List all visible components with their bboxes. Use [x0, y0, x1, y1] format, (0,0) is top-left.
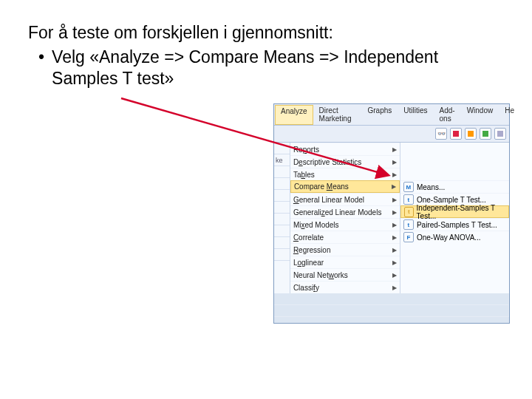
submenu-arrow-icon: ▶ [392, 171, 397, 178]
menu-help[interactable]: He [499, 104, 520, 125]
row-header: ke [274, 154, 290, 166]
menu-item[interactable]: Loglinear▶ [290, 256, 400, 268]
submenu-arrow-icon: ▶ [392, 159, 397, 166]
submenu-arrow-icon: ▶ [392, 247, 397, 253]
row-header [274, 237, 290, 249]
bullet-dot: • [38, 47, 44, 89]
toolbar: 👓 [274, 126, 509, 143]
submenu-label: One-Sample T Test... [417, 196, 486, 204]
submenu-item[interactable]: MMeans... [400, 180, 509, 193]
analyze-dropdown: Reports▶Descriptive Statistics▶Tables▶Co… [290, 143, 400, 293]
submenu-label: Independent-Samples T Test... [417, 204, 505, 220]
menu-item[interactable]: Generalized Linear Models▶ [290, 205, 400, 218]
submenu-arrow-icon: ▶ [392, 284, 397, 291]
menu-item[interactable]: Neural Networks▶ [290, 268, 400, 281]
submenu-icon: M [403, 182, 414, 192]
menu-addons[interactable]: Add-ons [434, 104, 461, 125]
menu-item[interactable]: Mixed Models▶ [290, 218, 400, 231]
menu-graphs[interactable]: Graphs [361, 104, 398, 125]
spss-window: Analyze Direct Marketing Graphs Utilitie… [273, 103, 510, 324]
row-header [274, 225, 290, 237]
bullet-text: Velg «Analyze => Compare Means => Indepe… [52, 47, 504, 89]
row-header [274, 202, 290, 214]
menu-window[interactable]: Window [461, 104, 499, 125]
submenu-arrow-icon: ▶ [392, 234, 397, 241]
menubar: Analyze Direct Marketing Graphs Utilitie… [274, 104, 509, 126]
submenu-item[interactable]: tIndependent-Samples T Test... [400, 205, 509, 218]
row-header [274, 190, 290, 202]
submenu-label: One-Way ANOVA... [417, 233, 481, 242]
menu-item[interactable]: Reports▶ [290, 143, 400, 155]
menu-direct-marketing[interactable]: Direct Marketing [313, 104, 362, 125]
menu-utilities[interactable]: Utilities [398, 104, 433, 125]
submenu-label: Means... [417, 183, 445, 191]
submenu-item[interactable]: tPaired-Samples T Test... [400, 218, 509, 231]
row-header [274, 166, 290, 178]
submenu-icon: t [404, 207, 414, 217]
submenu-arrow-icon: ▶ [392, 222, 397, 228]
submenu-arrow-icon: ▶ [392, 183, 396, 190]
submenu-icon: t [403, 194, 414, 205]
row-header [274, 214, 290, 225]
menu-item[interactable]: Compare Means▶ [290, 180, 400, 193]
menu-item[interactable]: Tables▶ [290, 168, 400, 180]
menu-item[interactable]: General Linear Model▶ [290, 193, 400, 205]
row-header [274, 143, 290, 154]
menu-analyze[interactable]: Analyze [275, 105, 313, 125]
submenu-arrow-icon: ▶ [392, 259, 397, 266]
menu-item[interactable]: Classify▶ [290, 281, 400, 293]
submenu-arrow-icon: ▶ [392, 197, 397, 203]
find-icon[interactable]: 👓 [435, 128, 447, 140]
row-headers: ke [274, 143, 290, 293]
menu-item[interactable]: Correlate▶ [290, 231, 400, 243]
menu-item[interactable]: Regression▶ [290, 243, 400, 256]
submenu-icon: F [403, 232, 414, 242]
submenu-label: Paired-Samples T Test... [417, 221, 497, 229]
submenu-arrow-icon: ▶ [392, 146, 397, 153]
toolbar-icon-2[interactable] [465, 128, 477, 140]
row-header [274, 249, 290, 261]
row-header [274, 178, 290, 190]
submenu-icon: t [403, 219, 414, 230]
submenu-item[interactable]: FOne-Way ANOVA... [400, 231, 509, 243]
toolbar-icon-1[interactable] [450, 128, 462, 140]
submenu-arrow-icon: ▶ [392, 272, 397, 279]
toolbar-icon-4[interactable] [494, 128, 506, 140]
compare-means-submenu: MMeans...tOne-Sample T Test...tIndepende… [400, 143, 509, 293]
slide-heading: For å teste om forskjellen i gjennomsnit… [28, 22, 504, 44]
toolbar-icon-3[interactable] [480, 128, 491, 140]
submenu-arrow-icon: ▶ [392, 209, 397, 216]
menu-item[interactable]: Descriptive Statistics▶ [290, 155, 400, 168]
